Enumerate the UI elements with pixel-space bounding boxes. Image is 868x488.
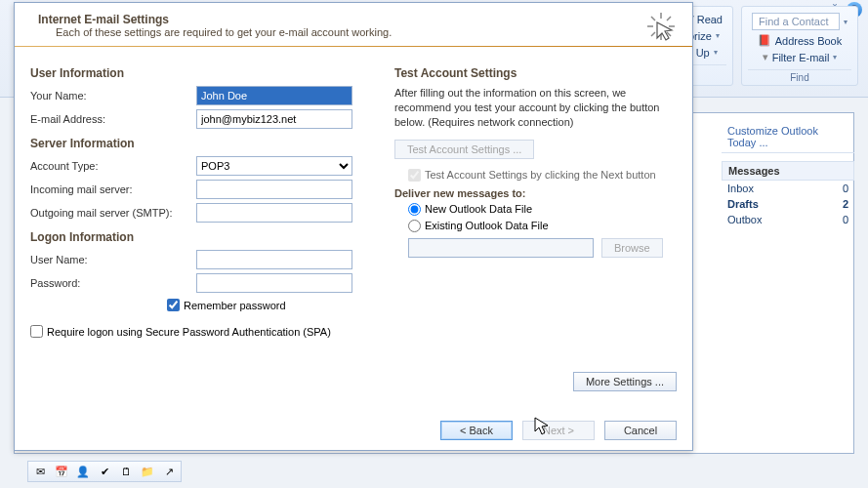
cursor-click-icon — [643, 9, 679, 44]
user-info-heading: User Information — [30, 66, 377, 80]
password-label: Password: — [30, 277, 196, 289]
ribbon-group-find: Find a Contact ▾ 📕 Address Book ▾ Filter… — [741, 6, 858, 86]
message-row-count: 0 — [843, 183, 848, 194]
dialog-subtitle: Each of these settings are required to g… — [56, 26, 679, 38]
filter-email-label: Filter E-mail — [772, 52, 830, 63]
message-row-label: Drafts — [727, 198, 759, 210]
dialog-left-col: User Information Your Name: E-mail Addre… — [30, 59, 377, 344]
dialog-footer: < Back Next > Cancel — [440, 421, 677, 440]
shortcuts-icon[interactable]: ↗ — [161, 464, 177, 479]
cancel-button[interactable]: Cancel — [604, 421, 677, 440]
address-book-icon: 📕 — [758, 34, 771, 47]
next-button[interactable]: Next > — [522, 421, 595, 440]
test-next-label: Test Account Settings by clicking the Ne… — [425, 169, 656, 181]
address-book-button[interactable]: 📕 Address Book — [754, 32, 846, 49]
chevron-down-icon: ▾ — [714, 48, 718, 57]
remember-label: Remember password — [184, 300, 286, 311]
chevron-down-icon: ▾ — [833, 53, 837, 61]
tasks-icon[interactable]: ✔ — [97, 464, 112, 479]
message-row-label: Outbox — [727, 214, 762, 225]
server-info-heading: Server Information — [30, 137, 377, 150]
funnel-icon: ▾ — [763, 51, 768, 63]
remember-checkbox[interactable] — [167, 299, 180, 311]
message-row-outbox[interactable]: Outbox 0 — [722, 212, 854, 227]
contacts-icon[interactable]: 👤 — [75, 464, 91, 479]
dialog-body: User Information Your Name: E-mail Addre… — [15, 59, 692, 344]
username-label: User Name: — [30, 254, 196, 265]
test-heading: Test Account Settings — [394, 66, 677, 80]
new-datafile-label: New Outlook Data File — [425, 203, 532, 215]
outlook-today-pane: Customize Outlook Today ... Messages Inb… — [722, 121, 854, 227]
dialog-divider — [15, 46, 692, 47]
quick-launch-bar: ✉ 📅 👤 ✔ 🗒 📁 ↗ — [27, 461, 182, 482]
browse-button[interactable]: Browse — [601, 238, 663, 258]
test-description: After filling out the information on thi… — [394, 86, 677, 130]
find-group-label: Find — [748, 69, 851, 83]
message-row-count: 2 — [843, 198, 848, 210]
incoming-input[interactable] — [196, 180, 352, 199]
folders-icon[interactable]: 📁 — [140, 464, 155, 479]
dialog-header: Internet E-mail Settings Each of these s… — [15, 3, 692, 46]
find-contact-field[interactable]: Find a Contact ▾ — [748, 11, 851, 32]
chevron-down-icon: ▾ — [716, 31, 720, 40]
customize-today-link[interactable]: Customize Outlook Today ... — [722, 121, 854, 153]
test-next-checkbox — [408, 169, 421, 182]
account-type-select[interactable]: POP3 — [196, 156, 352, 176]
email-label: E-mail Address: — [30, 113, 196, 125]
calendar-icon[interactable]: 📅 — [54, 464, 69, 479]
message-row-drafts[interactable]: Drafts 2 — [722, 196, 854, 212]
message-row-label: Inbox — [727, 183, 754, 194]
new-datafile-radio[interactable] — [408, 203, 421, 216]
existing-datafile-label: Existing Outlook Data File — [425, 220, 549, 231]
notes-icon[interactable]: 🗒 — [118, 464, 134, 479]
logon-info-heading: Logon Information — [30, 230, 377, 244]
test-account-button[interactable]: Test Account Settings ... — [394, 140, 534, 159]
chevron-down-icon: ▾ — [844, 18, 847, 26]
existing-datafile-radio[interactable] — [408, 220, 421, 232]
your-name-label: Your Name: — [30, 90, 196, 102]
username-input[interactable] — [196, 250, 352, 269]
dialog-title: Internet E-mail Settings — [38, 13, 679, 26]
datafile-path-input — [408, 238, 594, 258]
spa-label: Require logon using Secure Password Auth… — [47, 326, 331, 338]
message-row-inbox[interactable]: Inbox 0 — [722, 181, 854, 196]
outgoing-label: Outgoing mail server (SMTP): — [30, 207, 196, 219]
email-input[interactable] — [196, 109, 352, 129]
account-type-label: Account Type: — [30, 160, 196, 172]
outgoing-input[interactable] — [196, 203, 352, 223]
your-name-input[interactable] — [196, 86, 352, 105]
spa-checkbox[interactable] — [30, 325, 43, 338]
messages-header: Messages — [722, 161, 854, 181]
message-row-count: 0 — [843, 214, 848, 225]
mail-icon[interactable]: ✉ — [32, 464, 48, 479]
email-settings-dialog: Internet E-mail Settings Each of these s… — [14, 2, 693, 451]
filter-email-button[interactable]: ▾ Filter E-mail ▾ — [759, 49, 842, 65]
password-input[interactable] — [196, 273, 352, 293]
address-book-label: Address Book — [775, 35, 842, 47]
more-settings-button[interactable]: More Settings ... — [573, 372, 677, 391]
dialog-right-col: Test Account Settings After filling out … — [394, 59, 677, 344]
back-button[interactable]: < Back — [440, 421, 513, 440]
find-contact-placeholder: Find a Contact — [752, 13, 840, 30]
deliver-heading: Deliver new messages to: — [394, 187, 677, 199]
incoming-label: Incoming mail server: — [30, 183, 196, 195]
